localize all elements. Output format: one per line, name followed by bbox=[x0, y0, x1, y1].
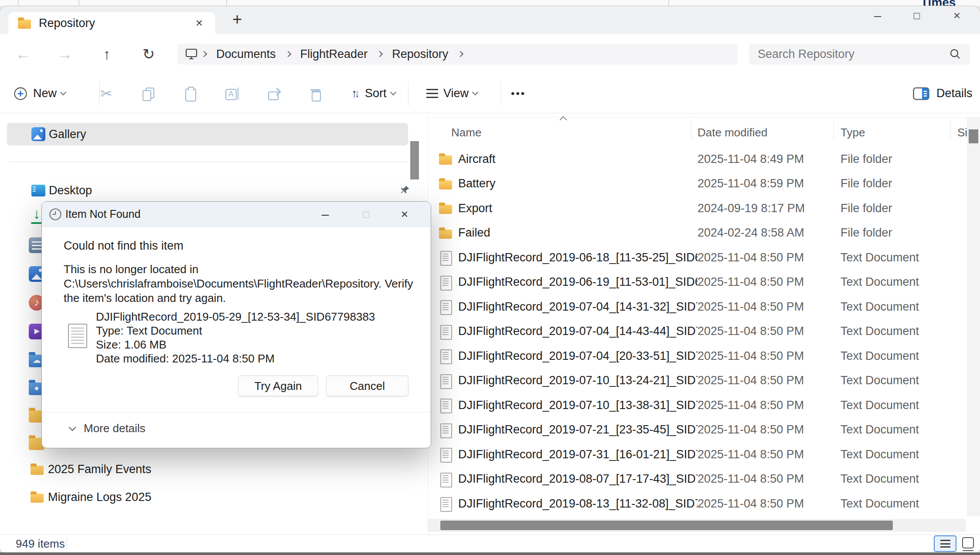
column-header-name[interactable]: Name bbox=[451, 126, 481, 139]
folder-icon bbox=[30, 490, 44, 504]
up-icon[interactable]: ↑ bbox=[96, 44, 117, 64]
details-pane-button[interactable]: Details bbox=[913, 74, 977, 113]
file-date-modified: 2025-11-04 8:49 PM bbox=[698, 152, 840, 166]
tab-repository[interactable]: Repository × bbox=[8, 12, 215, 34]
file-row[interactable]: DJIFlightRecord_2019-07-04_[14-31-32]_SI… bbox=[428, 294, 967, 319]
paste-icon[interactable] bbox=[183, 86, 197, 101]
file-row[interactable]: DJIFlightRecord_2019-06-19_[11-53-01]_SI… bbox=[428, 270, 967, 295]
sidebar-item-migraine-logs-2025[interactable]: Migraine Logs 2025 bbox=[7, 486, 408, 508]
window-close-button[interactable]: × bbox=[947, 6, 967, 25]
vertical-scrollbar[interactable] bbox=[967, 117, 980, 516]
dialog-title: Item Not Found bbox=[65, 208, 140, 220]
copy-icon[interactable] bbox=[141, 86, 156, 101]
search-input[interactable] bbox=[758, 47, 932, 61]
tab-close-icon[interactable]: × bbox=[190, 12, 209, 34]
more-details-toggle[interactable]: More details bbox=[70, 422, 146, 435]
file-row[interactable]: DJIFlightRecord_2019-07-04_[20-33-51]_SI… bbox=[428, 344, 967, 369]
try-again-button[interactable]: Try Again bbox=[238, 376, 318, 396]
file-row[interactable]: DJIFlightRecord_2019-07-04_[14-43-44]_SI… bbox=[428, 319, 967, 344]
rename-icon[interactable] bbox=[225, 86, 239, 101]
file-row[interactable]: DJIFlightRecord_2019-06-18_[11-35-25]_SI… bbox=[428, 245, 967, 270]
file-row[interactable]: Failed 2024-02-24 8:58 AM File folder bbox=[428, 221, 967, 246]
file-row[interactable]: DJIFlightRecord_2019-07-10_[13-24-21]_SI… bbox=[428, 369, 967, 393]
view-button[interactable]: View bbox=[426, 74, 477, 113]
file-date-modified: 2025-11-04 8:50 PM bbox=[698, 399, 840, 412]
breadcrumb-item[interactable]: Repository bbox=[386, 47, 454, 61]
window-maximize-button[interactable]: □ bbox=[907, 6, 927, 25]
column-header-date-modified[interactable]: Date modified bbox=[698, 126, 767, 139]
file-row[interactable]: DJIFlightRecord_2019-08-13_[11-32-08]_SI… bbox=[428, 491, 967, 516]
items-count: 949 items bbox=[16, 535, 65, 552]
file-name: Aircraft bbox=[458, 152, 698, 166]
file-row[interactable]: DJIFlightRecord_2019-07-10_[13-38-31]_SI… bbox=[428, 393, 967, 418]
file-date-modified: 2025-11-04 8:50 PM bbox=[698, 251, 840, 264]
file-type: Text Document bbox=[840, 399, 957, 412]
dialog-close-button[interactable]: × bbox=[395, 202, 414, 227]
gallery-icon bbox=[31, 127, 45, 141]
breadcrumb-item[interactable]: Documents bbox=[210, 47, 282, 61]
cancel-button[interactable]: Cancel bbox=[326, 376, 408, 396]
sidebar-item-label: Desktop bbox=[49, 184, 92, 197]
new-button[interactable]: New bbox=[13, 74, 65, 113]
clipboard-actions bbox=[99, 74, 323, 113]
file-name: DJIFlightRecord_2019-07-10_[13-24-21]_SI… bbox=[458, 374, 698, 387]
large-icons-view-toggle[interactable] bbox=[962, 537, 974, 548]
file-row[interactable]: Export 2024-09-19 8:17 PM File folder bbox=[428, 196, 967, 221]
folder-icon bbox=[17, 16, 32, 30]
file-row[interactable]: DJIFlightRecord_2019-07-21_[23-35-45]_SI… bbox=[428, 418, 967, 443]
column-divider[interactable] bbox=[950, 120, 951, 140]
dialog-divider bbox=[42, 412, 431, 413]
file-type: Text Document bbox=[840, 300, 957, 314]
search-box[interactable] bbox=[749, 44, 970, 64]
column-header-type[interactable]: Type bbox=[840, 126, 865, 139]
text-file-icon bbox=[438, 496, 453, 511]
horizontal-scrollbar[interactable] bbox=[428, 519, 966, 532]
file-date-modified: 2025-11-04 8:50 PM bbox=[698, 275, 840, 289]
address-bar[interactable]: Documents FlightReader Repository bbox=[177, 44, 738, 64]
file-type: File folder bbox=[840, 202, 957, 215]
sort-button[interactable]: ↑↓ Sort bbox=[351, 74, 395, 113]
more-options-button[interactable]: ••• bbox=[511, 74, 526, 113]
text-file-icon bbox=[438, 472, 453, 487]
sidebar-scrollbar-thumb[interactable] bbox=[410, 141, 419, 179]
file-row[interactable]: DJIFlightRecord_2019-08-07_[17-17-43]_SI… bbox=[428, 467, 967, 492]
horizontal-scrollbar-thumb[interactable] bbox=[440, 521, 893, 530]
file-type: Text Document bbox=[840, 349, 957, 363]
dialog-minimize-button[interactable]: – bbox=[316, 202, 335, 227]
file-date-modified: 2025-11-04 8:50 PM bbox=[698, 374, 840, 387]
file-row[interactable]: Aircraft 2025-11-04 8:49 PM File folder bbox=[428, 147, 967, 172]
vertical-scrollbar-thumb[interactable] bbox=[969, 129, 978, 143]
breadcrumb: Documents FlightReader Repository bbox=[210, 47, 466, 61]
folder-icon bbox=[438, 176, 453, 191]
dialog-file-modified: Date modified: 2025-11-04 8:50 PM bbox=[96, 352, 375, 365]
chevron-down-icon bbox=[472, 89, 478, 95]
sidebar-item-2025-family-events[interactable]: 2025 Family Events bbox=[7, 458, 408, 481]
command-toolbar: New ↑↓ bbox=[0, 74, 980, 113]
file-row[interactable]: DJIFlightRecord_2019-07-31_[16-01-21]_SI… bbox=[428, 442, 967, 467]
sidebar-item-desktop[interactable]: Desktop bbox=[7, 179, 408, 202]
cut-icon[interactable] bbox=[99, 86, 114, 101]
dialog-title-bar[interactable]: Item Not Found – □ × bbox=[42, 202, 431, 227]
details-view-toggle[interactable] bbox=[934, 535, 956, 552]
sidebar-item-label: Migraine Logs 2025 bbox=[48, 491, 151, 504]
file-type: Text Document bbox=[840, 275, 957, 289]
window-minimize-button[interactable]: – bbox=[868, 6, 888, 25]
refresh-icon[interactable]: ↻ bbox=[138, 44, 159, 64]
details-pane-icon bbox=[913, 87, 929, 100]
delete-icon[interactable] bbox=[308, 86, 323, 101]
folder-icon bbox=[30, 462, 44, 477]
file-date-modified: 2025-11-04 8:50 PM bbox=[698, 472, 840, 486]
view-list-icon bbox=[426, 89, 438, 98]
file-row[interactable]: Battery 2025-11-04 8:59 PM File folder bbox=[428, 172, 967, 196]
column-divider[interactable] bbox=[834, 120, 834, 140]
file-type: Text Document bbox=[840, 374, 957, 387]
sidebar-item-gallery[interactable]: Gallery bbox=[7, 123, 408, 146]
column-divider[interactable] bbox=[691, 120, 691, 140]
new-tab-button[interactable]: + bbox=[225, 6, 249, 34]
share-icon[interactable] bbox=[266, 86, 281, 101]
forward-icon[interactable]: → bbox=[54, 44, 75, 64]
back-icon[interactable]: ← bbox=[13, 44, 34, 64]
file-name: DJIFlightRecord_2019-07-31_[16-01-21]_SI… bbox=[458, 448, 698, 461]
breadcrumb-item[interactable]: FlightReader bbox=[294, 47, 374, 61]
chevron-down-icon bbox=[60, 89, 66, 95]
